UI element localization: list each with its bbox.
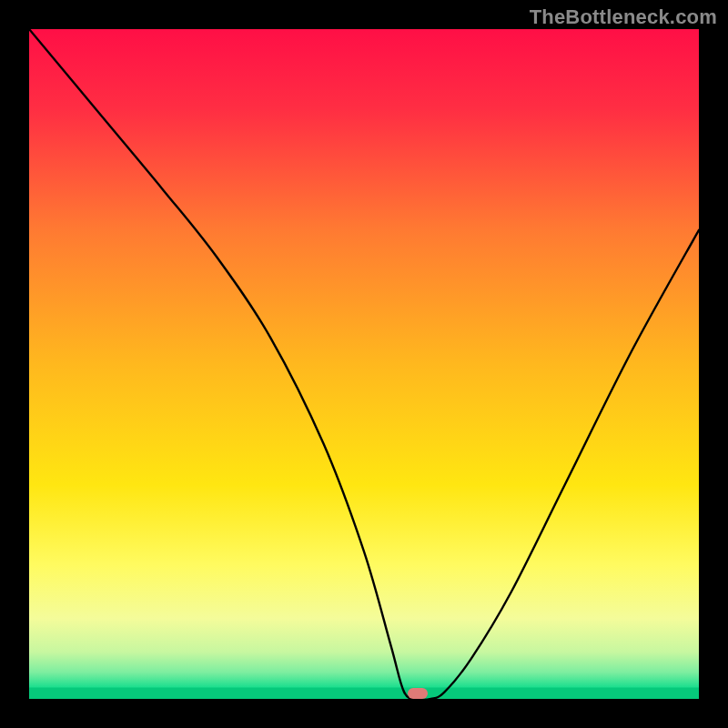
svg-rect-0	[29, 29, 699, 699]
chart-frame: TheBottleneck.com	[0, 0, 728, 728]
optimal-marker	[408, 688, 428, 699]
background-gradient	[29, 29, 699, 699]
plot-area	[29, 29, 699, 699]
watermark-text: TheBottleneck.com	[530, 5, 717, 29]
